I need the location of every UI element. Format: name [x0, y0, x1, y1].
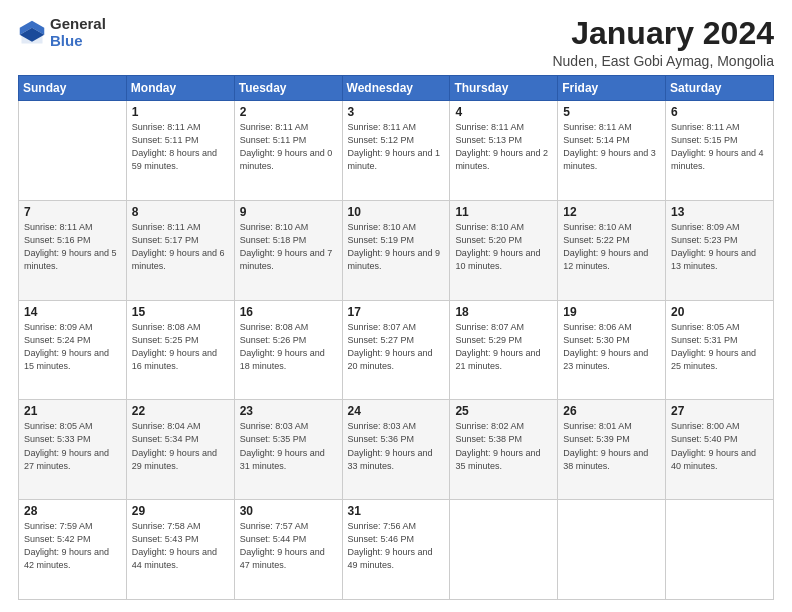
logo-blue-text: Blue [50, 33, 106, 50]
sunrise-text: Sunrise: 8:06 AM [563, 322, 632, 332]
calendar-cell: 4Sunrise: 8:11 AMSunset: 5:13 PMDaylight… [450, 101, 558, 201]
daylight-text: Daylight: 9 hours and 31 minutes. [240, 448, 325, 471]
day-number: 8 [132, 205, 229, 219]
sunrise-text: Sunrise: 8:04 AM [132, 421, 201, 431]
daylight-text: Daylight: 9 hours and 1 minute. [348, 148, 441, 171]
sunset-text: Sunset: 5:15 PM [671, 135, 738, 145]
sunset-text: Sunset: 5:29 PM [455, 335, 522, 345]
header: General Blue January 2024 Nuden, East Go… [18, 16, 774, 69]
sunset-text: Sunset: 5:17 PM [132, 235, 199, 245]
sunset-text: Sunset: 5:35 PM [240, 434, 307, 444]
sunrise-text: Sunrise: 8:00 AM [671, 421, 740, 431]
day-info: Sunrise: 8:05 AMSunset: 5:31 PMDaylight:… [671, 321, 768, 373]
day-info: Sunrise: 8:11 AMSunset: 5:17 PMDaylight:… [132, 221, 229, 273]
weekday-header-tuesday: Tuesday [234, 76, 342, 101]
day-number: 4 [455, 105, 552, 119]
daylight-text: Daylight: 9 hours and 15 minutes. [24, 348, 109, 371]
daylight-text: Daylight: 9 hours and 27 minutes. [24, 448, 109, 471]
sunrise-text: Sunrise: 8:11 AM [240, 122, 309, 132]
sunset-text: Sunset: 5:25 PM [132, 335, 199, 345]
day-number: 30 [240, 504, 337, 518]
day-number: 29 [132, 504, 229, 518]
sunrise-text: Sunrise: 7:59 AM [24, 521, 93, 531]
day-info: Sunrise: 8:11 AMSunset: 5:11 PMDaylight:… [240, 121, 337, 173]
calendar-cell: 21Sunrise: 8:05 AMSunset: 5:33 PMDayligh… [19, 400, 127, 500]
calendar-cell: 10Sunrise: 8:10 AMSunset: 5:19 PMDayligh… [342, 200, 450, 300]
daylight-text: Daylight: 9 hours and 33 minutes. [348, 448, 433, 471]
sunrise-text: Sunrise: 8:10 AM [563, 222, 632, 232]
daylight-text: Daylight: 9 hours and 12 minutes. [563, 248, 648, 271]
day-number: 7 [24, 205, 121, 219]
calendar-cell: 27Sunrise: 8:00 AMSunset: 5:40 PMDayligh… [666, 400, 774, 500]
calendar-cell: 14Sunrise: 8:09 AMSunset: 5:24 PMDayligh… [19, 300, 127, 400]
daylight-text: Daylight: 9 hours and 40 minutes. [671, 448, 756, 471]
sunset-text: Sunset: 5:26 PM [240, 335, 307, 345]
day-info: Sunrise: 8:01 AMSunset: 5:39 PMDaylight:… [563, 420, 660, 472]
day-info: Sunrise: 8:10 AMSunset: 5:22 PMDaylight:… [563, 221, 660, 273]
sunset-text: Sunset: 5:40 PM [671, 434, 738, 444]
day-info: Sunrise: 7:57 AMSunset: 5:44 PMDaylight:… [240, 520, 337, 572]
day-number: 28 [24, 504, 121, 518]
calendar-cell: 2Sunrise: 8:11 AMSunset: 5:11 PMDaylight… [234, 101, 342, 201]
calendar-cell [666, 500, 774, 600]
calendar-cell: 1Sunrise: 8:11 AMSunset: 5:11 PMDaylight… [126, 101, 234, 201]
calendar-cell: 18Sunrise: 8:07 AMSunset: 5:29 PMDayligh… [450, 300, 558, 400]
sunset-text: Sunset: 5:11 PM [132, 135, 199, 145]
day-info: Sunrise: 7:59 AMSunset: 5:42 PMDaylight:… [24, 520, 121, 572]
calendar-cell: 5Sunrise: 8:11 AMSunset: 5:14 PMDaylight… [558, 101, 666, 201]
sunrise-text: Sunrise: 8:01 AM [563, 421, 632, 431]
day-number: 18 [455, 305, 552, 319]
calendar-week-2: 14Sunrise: 8:09 AMSunset: 5:24 PMDayligh… [19, 300, 774, 400]
weekday-header-sunday: Sunday [19, 76, 127, 101]
calendar-cell: 8Sunrise: 8:11 AMSunset: 5:17 PMDaylight… [126, 200, 234, 300]
daylight-text: Daylight: 9 hours and 7 minutes. [240, 248, 333, 271]
calendar-cell: 7Sunrise: 8:11 AMSunset: 5:16 PMDaylight… [19, 200, 127, 300]
sunset-text: Sunset: 5:19 PM [348, 235, 415, 245]
sunset-text: Sunset: 5:39 PM [563, 434, 630, 444]
day-number: 20 [671, 305, 768, 319]
calendar-cell: 17Sunrise: 8:07 AMSunset: 5:27 PMDayligh… [342, 300, 450, 400]
daylight-text: Daylight: 9 hours and 21 minutes. [455, 348, 540, 371]
sunset-text: Sunset: 5:31 PM [671, 335, 738, 345]
daylight-text: Daylight: 9 hours and 47 minutes. [240, 547, 325, 570]
sunset-text: Sunset: 5:23 PM [671, 235, 738, 245]
sunrise-text: Sunrise: 7:57 AM [240, 521, 309, 531]
calendar-cell: 11Sunrise: 8:10 AMSunset: 5:20 PMDayligh… [450, 200, 558, 300]
daylight-text: Daylight: 9 hours and 42 minutes. [24, 547, 109, 570]
day-number: 5 [563, 105, 660, 119]
weekday-header-wednesday: Wednesday [342, 76, 450, 101]
calendar-cell: 12Sunrise: 8:10 AMSunset: 5:22 PMDayligh… [558, 200, 666, 300]
daylight-text: Daylight: 9 hours and 4 minutes. [671, 148, 764, 171]
calendar-cell [19, 101, 127, 201]
sunrise-text: Sunrise: 8:05 AM [24, 421, 93, 431]
calendar-cell: 19Sunrise: 8:06 AMSunset: 5:30 PMDayligh… [558, 300, 666, 400]
subtitle: Nuden, East Gobi Aymag, Mongolia [552, 53, 774, 69]
day-info: Sunrise: 8:10 AMSunset: 5:18 PMDaylight:… [240, 221, 337, 273]
daylight-text: Daylight: 9 hours and 23 minutes. [563, 348, 648, 371]
day-info: Sunrise: 8:04 AMSunset: 5:34 PMDaylight:… [132, 420, 229, 472]
day-info: Sunrise: 8:10 AMSunset: 5:19 PMDaylight:… [348, 221, 445, 273]
day-info: Sunrise: 7:56 AMSunset: 5:46 PMDaylight:… [348, 520, 445, 572]
sunrise-text: Sunrise: 8:08 AM [240, 322, 309, 332]
daylight-text: Daylight: 9 hours and 5 minutes. [24, 248, 117, 271]
main-title: January 2024 [552, 16, 774, 51]
day-info: Sunrise: 8:08 AMSunset: 5:25 PMDaylight:… [132, 321, 229, 373]
sunrise-text: Sunrise: 8:11 AM [671, 122, 740, 132]
calendar-cell [558, 500, 666, 600]
day-number: 23 [240, 404, 337, 418]
sunset-text: Sunset: 5:14 PM [563, 135, 630, 145]
daylight-text: Daylight: 9 hours and 9 minutes. [348, 248, 441, 271]
title-block: January 2024 Nuden, East Gobi Aymag, Mon… [552, 16, 774, 69]
calendar-cell [450, 500, 558, 600]
daylight-text: Daylight: 9 hours and 44 minutes. [132, 547, 217, 570]
day-info: Sunrise: 8:11 AMSunset: 5:13 PMDaylight:… [455, 121, 552, 173]
day-number: 6 [671, 105, 768, 119]
calendar-cell: 31Sunrise: 7:56 AMSunset: 5:46 PMDayligh… [342, 500, 450, 600]
day-number: 16 [240, 305, 337, 319]
sunrise-text: Sunrise: 8:11 AM [132, 222, 201, 232]
calendar-cell: 16Sunrise: 8:08 AMSunset: 5:26 PMDayligh… [234, 300, 342, 400]
sunrise-text: Sunrise: 8:10 AM [455, 222, 524, 232]
calendar-week-4: 28Sunrise: 7:59 AMSunset: 5:42 PMDayligh… [19, 500, 774, 600]
daylight-text: Daylight: 9 hours and 2 minutes. [455, 148, 548, 171]
calendar-cell: 25Sunrise: 8:02 AMSunset: 5:38 PMDayligh… [450, 400, 558, 500]
